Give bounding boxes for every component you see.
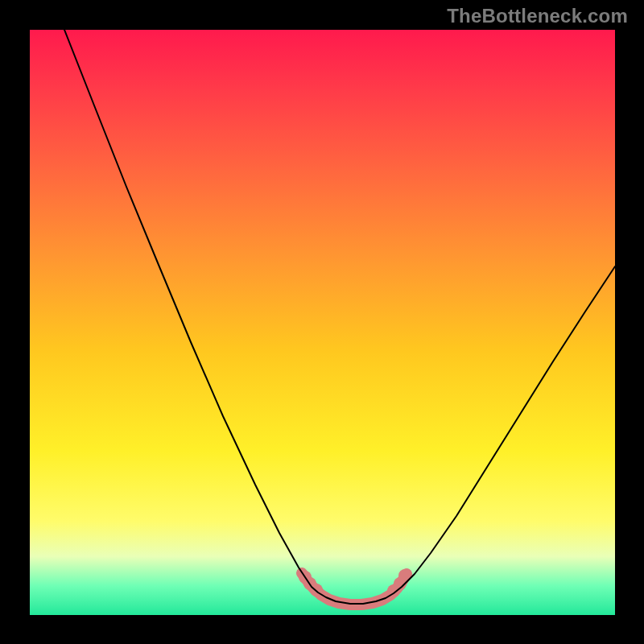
chart-frame: TheBottleneck.com bbox=[0, 0, 644, 644]
watermark-text: TheBottleneck.com bbox=[447, 5, 628, 27]
plot-area bbox=[30, 30, 615, 615]
